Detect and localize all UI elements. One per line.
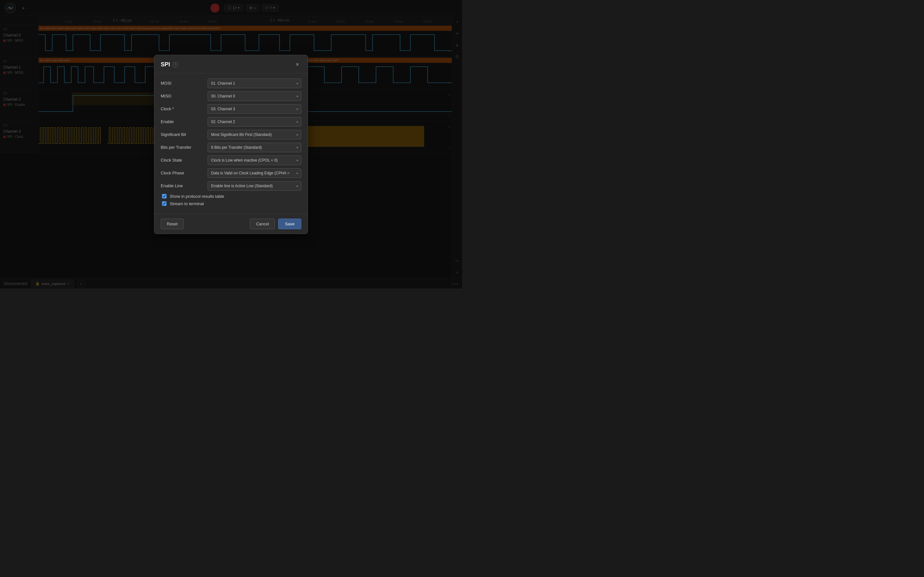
enable-select-wrapper: 02. Channel 2 00. Channel 0 01. Channel … [208, 117, 301, 127]
form-row-sig-bit: Significant Bit Most Significant Bit Fir… [161, 130, 301, 139]
enable-line-select-wrapper: Enable line is Active Low (Standard) Ena… [208, 181, 301, 191]
miso-select-wrapper: 00. Channel 0 01. Channel 1 02. Channel … [208, 91, 301, 101]
miso-select[interactable]: 00. Channel 0 01. Channel 1 02. Channel … [208, 91, 301, 101]
mosi-label: MOSI [161, 81, 202, 85]
modal-title: SPI [161, 61, 170, 68]
sig-bit-select-wrapper: Most Significant Bit First (Standard) Le… [208, 130, 301, 139]
form-row-bits-transfer: Bits per Transfer 8 Bits per Transfer (S… [161, 143, 301, 152]
modal-footer: Reset Cancel Save [154, 214, 308, 234]
cancel-button[interactable]: Cancel [250, 219, 275, 229]
sig-bit-select[interactable]: Most Significant Bit First (Standard) Le… [208, 130, 301, 139]
bits-transfer-select-wrapper: 8 Bits per Transfer (Standard) 16 Bits p… [208, 143, 301, 152]
enable-label: Enable [161, 119, 202, 124]
reset-button[interactable]: Reset [161, 219, 184, 229]
form-row-enable-line: Enable Line Enable line is Active Low (S… [161, 181, 301, 191]
stream-terminal-checkbox[interactable] [162, 201, 166, 206]
clock-state-label: Clock State [161, 158, 202, 163]
spi-config-modal: SPI ? × MOSI 01. Channel 1 00. Channel 0… [154, 55, 308, 234]
show-protocol-checkbox[interactable] [162, 194, 166, 198]
form-row-clock: Clock * 03. Channel 3 00. Channel 0 01. … [161, 104, 301, 114]
modal-header: SPI ? × [154, 55, 308, 73]
form-row-clock-phase: Clock Phase Data is Valid on Clock Leadi… [161, 168, 301, 178]
clock-select-wrapper: 03. Channel 3 00. Channel 0 01. Channel … [208, 104, 301, 114]
mosi-select[interactable]: 01. Channel 1 00. Channel 0 02. Channel … [208, 79, 301, 88]
modal-body: MOSI 01. Channel 1 00. Channel 0 02. Cha… [154, 73, 308, 214]
modal-overlay: SPI ? × MOSI 01. Channel 1 00. Channel 0… [0, 0, 462, 288]
clock-label: Clock * [161, 106, 202, 111]
clock-state-select-wrapper: Clock is Low when inactive (CPOL = 0) Cl… [208, 155, 301, 165]
sig-bit-label: Significant Bit [161, 132, 202, 137]
enable-line-select[interactable]: Enable line is Active Low (Standard) Ena… [208, 181, 301, 191]
checkbox-row-terminal: Stream to terminal [162, 201, 301, 206]
modal-help-button[interactable]: ? [173, 62, 178, 68]
form-row-miso: MISO 00. Channel 0 01. Channel 1 02. Cha… [161, 91, 301, 101]
clock-phase-select-wrapper: Data is Valid on Clock Leading Edge (CPH… [208, 168, 301, 178]
clock-state-select[interactable]: Clock is Low when inactive (CPOL = 0) Cl… [208, 155, 301, 165]
save-button[interactable]: Save [278, 219, 301, 229]
enable-line-label: Enable Line [161, 183, 202, 188]
modal-close-button[interactable]: × [294, 61, 301, 69]
mosi-select-wrapper: 01. Channel 1 00. Channel 0 02. Channel … [208, 79, 301, 88]
form-row-enable: Enable 02. Channel 2 00. Channel 0 01. C… [161, 117, 301, 127]
checkbox-row-protocol: Show in protocol results table [162, 194, 301, 199]
clock-phase-select[interactable]: Data is Valid on Clock Leading Edge (CPH… [208, 168, 301, 178]
enable-select[interactable]: 02. Channel 2 00. Channel 0 01. Channel … [208, 117, 301, 127]
clock-select[interactable]: 03. Channel 3 00. Channel 0 01. Channel … [208, 104, 301, 114]
bits-transfer-select[interactable]: 8 Bits per Transfer (Standard) 16 Bits p… [208, 143, 301, 152]
miso-label: MISO [161, 93, 202, 98]
form-row-mosi: MOSI 01. Channel 1 00. Channel 0 02. Cha… [161, 79, 301, 88]
show-protocol-label[interactable]: Show in protocol results table [170, 194, 224, 199]
form-row-clock-state: Clock State Clock is Low when inactive (… [161, 155, 301, 165]
stream-terminal-label[interactable]: Stream to terminal [170, 201, 204, 206]
bits-transfer-label: Bits per Transfer [161, 145, 202, 150]
clock-phase-label: Clock Phase [161, 171, 202, 175]
